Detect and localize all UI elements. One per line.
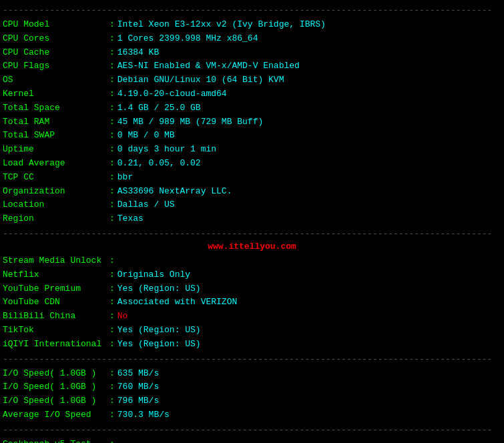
- io-speed2-row: I/O Speed( 1.0GB ) : 760 MB/s: [3, 380, 501, 394]
- youtube-cdn-row: YouTube CDN : Associated with VERIZON: [3, 296, 501, 310]
- total-swap-colon: :: [109, 129, 115, 143]
- cpu-cache-value: 16384 KB: [117, 46, 159, 60]
- total-ram-colon: :: [109, 115, 115, 129]
- total-ram-value: 45 MB / 989 MB (729 MB Buff): [117, 115, 263, 129]
- cpu-cores-colon: :: [109, 32, 115, 46]
- cpu-cache-row: CPU Cache : 16384 KB: [3, 46, 501, 60]
- kernel-label: Kernel: [3, 87, 109, 101]
- io-speed3-value: 796 MB/s: [117, 394, 159, 408]
- youtube-cdn-value: Associated with VERIZON: [117, 296, 237, 310]
- netflix-value: Originals Only: [117, 268, 190, 282]
- org-row: Organization : AS33696 NextArray LLC.: [3, 185, 501, 199]
- total-space-row: Total Space : 1.4 GB / 25.0 GB: [3, 101, 501, 115]
- io-speed2-value: 760 MB/s: [117, 380, 159, 394]
- divider-media-top: ----------------------------------------…: [3, 229, 501, 239]
- load-avg-label: Load Average: [3, 157, 109, 171]
- io-speed3-colon: :: [109, 394, 115, 408]
- geekbench-section: Geekbench v5 Test : Single Core : 548 Mu…: [3, 438, 501, 443]
- geekbench-title-label: Geekbench v5 Test: [3, 438, 109, 443]
- cpu-flags-colon: :: [109, 59, 115, 73]
- total-space-value: 1.4 GB / 25.0 GB: [117, 101, 201, 115]
- youtube-premium-colon: :: [109, 282, 115, 296]
- netflix-label: Netflix: [3, 268, 109, 282]
- total-space-label: Total Space: [3, 101, 109, 115]
- io-speed1-colon: :: [109, 367, 115, 381]
- iqiyi-colon: :: [109, 338, 115, 352]
- stream-title-label: Stream Media Unlock: [3, 254, 109, 268]
- uptime-colon: :: [109, 143, 115, 157]
- terminal: ----------------------------------------…: [3, 5, 501, 443]
- cpu-cores-value: 1 Cores 2399.998 MHz x86_64: [117, 32, 258, 46]
- io-speed1-row: I/O Speed( 1.0GB ) : 635 MB/s: [3, 367, 501, 381]
- kernel-row: Kernel : 4.19.0-20-cloud-amd64: [3, 87, 501, 101]
- io-avg-value: 730.3 MB/s: [117, 408, 170, 422]
- total-ram-label: Total RAM: [3, 115, 109, 129]
- youtube-premium-row: YouTube Premium : Yes (Region: US): [3, 282, 501, 296]
- watermark: www.ittellyou.com: [3, 242, 501, 252]
- total-swap-label: Total SWAP: [3, 129, 109, 143]
- cpu-cache-label: CPU Cache: [3, 46, 109, 60]
- tcp-cc-colon: :: [109, 171, 115, 185]
- netflix-row: Netflix : Originals Only: [3, 268, 501, 282]
- kernel-value: 4.19.0-20-cloud-amd64: [117, 87, 227, 101]
- netflix-colon: :: [109, 268, 115, 282]
- io-speed1-label: I/O Speed( 1.0GB ): [3, 367, 109, 381]
- youtube-cdn-label: YouTube CDN: [3, 296, 109, 310]
- org-label: Organization: [3, 185, 109, 199]
- location-label: Location: [3, 198, 109, 212]
- region-colon: :: [109, 212, 115, 226]
- location-row: Location : Dallas / US: [3, 198, 501, 212]
- uptime-value: 0 days 3 hour 1 min: [117, 143, 216, 157]
- tiktok-value: Yes (Region: US): [117, 324, 201, 338]
- total-ram-row: Total RAM : 45 MB / 989 MB (729 MB Buff): [3, 115, 501, 129]
- tiktok-colon: :: [109, 324, 115, 338]
- location-colon: :: [109, 198, 115, 212]
- region-label: Region: [3, 212, 109, 226]
- cpu-cache-colon: :: [109, 46, 115, 60]
- tiktok-row: TikTok : Yes (Region: US): [3, 324, 501, 338]
- bilibili-value: No: [117, 310, 128, 324]
- iqiyi-row: iQIYI International : Yes (Region: US): [3, 338, 501, 352]
- cpu-cores-row: CPU Cores : 1 Cores 2399.998 MHz x86_64: [3, 32, 501, 46]
- cpu-model-colon: :: [109, 18, 115, 32]
- cpu-flags-value: AES-NI Enabled & VM-x/AMD-V Enabled: [117, 59, 300, 73]
- cpu-flags-row: CPU Flags : AES-NI Enabled & VM-x/AMD-V …: [3, 59, 501, 73]
- kernel-colon: :: [109, 87, 115, 101]
- geekbench-title-row: Geekbench v5 Test :: [3, 438, 501, 443]
- cpu-model-row: CPU Model : Intel Xeon E3-12xx v2 (Ivy B…: [3, 18, 501, 32]
- bilibili-row: BiliBili China : No: [3, 310, 501, 324]
- org-value: AS33696 NextArray LLC.: [117, 185, 232, 199]
- load-avg-value: 0.21, 0.05, 0.02: [117, 157, 201, 171]
- location-value: Dallas / US: [117, 198, 175, 212]
- stream-title-row: Stream Media Unlock :: [3, 254, 501, 268]
- cpu-flags-label: CPU Flags: [3, 59, 109, 73]
- bilibili-label: BiliBili China: [3, 310, 109, 324]
- cpu-cores-label: CPU Cores: [3, 32, 109, 46]
- load-avg-row: Load Average : 0.21, 0.05, 0.02: [3, 157, 501, 171]
- divider-top: ----------------------------------------…: [3, 5, 501, 15]
- io-speed3-label: I/O Speed( 1.0GB ): [3, 394, 109, 408]
- bilibili-colon: :: [109, 310, 115, 324]
- load-avg-colon: :: [109, 157, 115, 171]
- io-speed2-label: I/O Speed( 1.0GB ): [3, 380, 109, 394]
- os-colon: :: [109, 73, 115, 87]
- uptime-row: Uptime : 0 days 3 hour 1 min: [3, 143, 501, 157]
- io-avg-label: Average I/O Speed: [3, 408, 109, 422]
- io-speed2-colon: :: [109, 380, 115, 394]
- cpu-model-label: CPU Model: [3, 18, 109, 32]
- io-section: I/O Speed( 1.0GB ) : 635 MB/s I/O Speed(…: [3, 367, 501, 422]
- total-swap-value: 0 MB / 0 MB: [117, 129, 175, 143]
- divider-io-top: ----------------------------------------…: [3, 354, 501, 364]
- tcp-cc-value: bbr: [117, 171, 133, 185]
- region-value: Texas: [117, 212, 144, 226]
- system-section: CPU Model : Intel Xeon E3-12xx v2 (Ivy B…: [3, 18, 501, 226]
- tiktok-label: TikTok: [3, 324, 109, 338]
- tcp-cc-label: TCP CC: [3, 171, 109, 185]
- os-value: Debian GNU/Linux 10 (64 Bit) KVM: [117, 73, 284, 87]
- tcp-cc-row: TCP CC : bbr: [3, 171, 501, 185]
- io-speed3-row: I/O Speed( 1.0GB ) : 796 MB/s: [3, 394, 501, 408]
- org-colon: :: [109, 185, 115, 199]
- uptime-label: Uptime: [3, 143, 109, 157]
- total-swap-row: Total SWAP : 0 MB / 0 MB: [3, 129, 501, 143]
- youtube-cdn-colon: :: [109, 296, 115, 310]
